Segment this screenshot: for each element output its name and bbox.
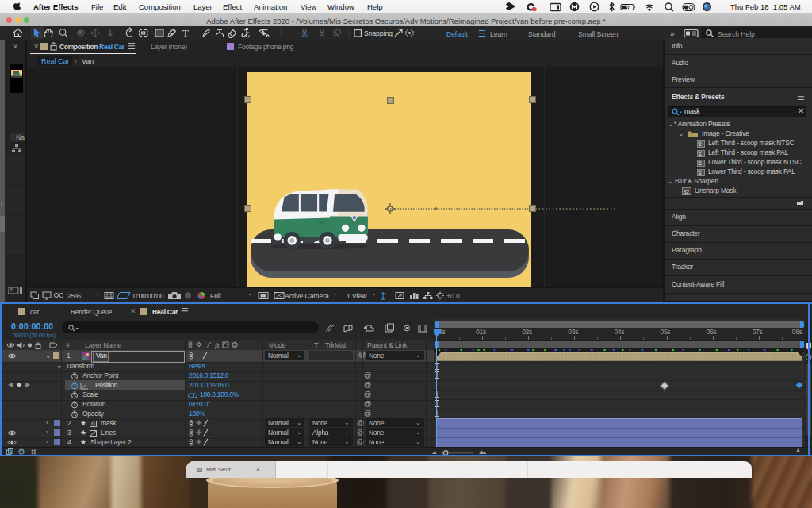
- svg-text:Snapping: Snapping: [364, 29, 393, 37]
- svg-text:32: 32: [684, 189, 690, 194]
- svg-text:fx: fx: [215, 342, 220, 349]
- svg-text:T: T: [182, 27, 189, 39]
